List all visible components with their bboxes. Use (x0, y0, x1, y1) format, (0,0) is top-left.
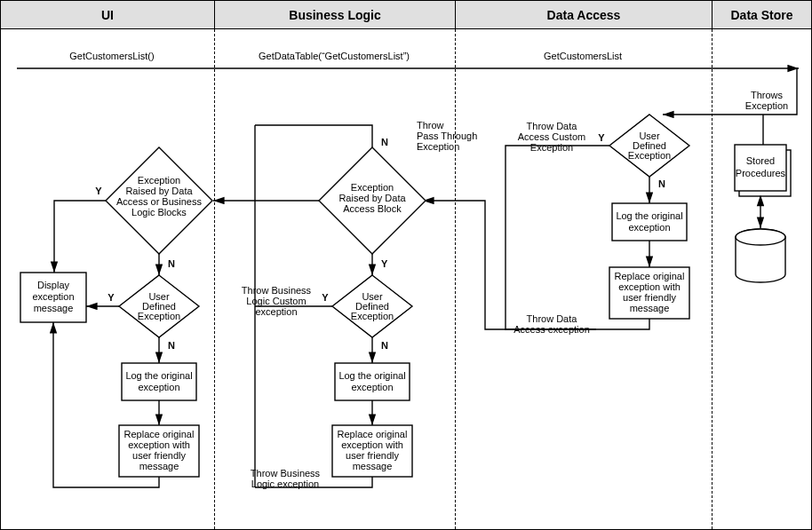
svg-text:Throw: Throw (417, 120, 444, 131)
throws-label-2: Exception (745, 100, 788, 111)
dash-2 (455, 29, 456, 529)
call-2: GetDataTable(“GetCustomersList”) (259, 51, 410, 61)
svg-text:N: N (658, 178, 665, 189)
svg-text:N: N (381, 137, 388, 147)
svg-text:exception with: exception with (128, 439, 190, 450)
bl-replace-box (332, 425, 412, 477)
stored-procedures-shape: Stored Procedures (735, 145, 791, 196)
svg-text:exception: exception (628, 222, 670, 233)
svg-text:Exception: Exception (530, 142, 573, 153)
svg-text:Display: Display (37, 280, 70, 290)
bl-raised-diamond: Exception Raised by Data Access Block (319, 147, 426, 254)
col-header-ds: Data Store (712, 1, 811, 29)
svg-text:User: User (639, 131, 660, 141)
svg-text:Throw Business: Throw Business (242, 285, 312, 296)
svg-text:Logic exception: Logic exception (251, 479, 319, 489)
svg-text:exception with: exception with (341, 439, 403, 450)
svg-point-7 (736, 229, 785, 245)
svg-text:Exception: Exception (351, 182, 394, 193)
ui-replace-box (119, 425, 199, 477)
svg-text:Exception: Exception (628, 150, 671, 161)
svg-text:exception with: exception with (618, 281, 681, 292)
svg-text:Exception: Exception (138, 311, 180, 321)
svg-text:Replace original: Replace original (615, 271, 685, 281)
svg-text:Exception: Exception (351, 311, 394, 321)
svg-text:N: N (381, 340, 388, 351)
svg-text:user friendly: user friendly (623, 292, 676, 303)
bl-log-box (335, 363, 410, 400)
svg-text:Access or Business: Access or Business (116, 196, 202, 207)
svg-text:Throw Business: Throw Business (251, 468, 321, 479)
svg-marker-58 (106, 147, 212, 254)
svg-text:Exception: Exception (417, 141, 459, 152)
svg-text:Raised by Data: Raised by Data (125, 186, 193, 196)
call-1: GetCustomersList() (69, 51, 154, 61)
svg-text:Replace original: Replace original (124, 429, 195, 439)
svg-text:user friendly: user friendly (346, 450, 399, 461)
svg-marker-38 (332, 275, 412, 337)
da-log-box (612, 203, 687, 241)
svg-text:Access Custom: Access Custom (518, 131, 585, 142)
svg-text:Throw Data: Throw Data (527, 121, 578, 131)
svg-text:Log the original: Log the original (338, 370, 405, 381)
svg-text:exception: exception (255, 306, 297, 317)
svg-text:Defined: Defined (355, 301, 389, 312)
da-replace-box (609, 267, 689, 319)
svg-text:Stored: Stored (746, 155, 775, 166)
svg-text:Y: Y (381, 258, 388, 269)
svg-rect-1 (739, 150, 791, 196)
svg-text:message: message (34, 303, 74, 313)
dash-3 (712, 29, 712, 529)
svg-text:Y: Y (107, 292, 115, 303)
svg-text:message: message (630, 303, 670, 313)
svg-point-6 (736, 229, 785, 245)
svg-marker-28 (319, 147, 426, 254)
diagram-container: UI Business Logic Data Access Data Store… (0, 0, 812, 530)
svg-text:Procedures: Procedures (736, 168, 786, 178)
svg-text:Log the original: Log the original (125, 370, 192, 381)
bl-ude-diamond: User Defined Exception (332, 275, 412, 337)
throws-label-1: Throws (751, 90, 784, 100)
svg-text:Log the original: Log the original (616, 210, 682, 221)
svg-text:Y: Y (322, 292, 329, 303)
dash-1 (214, 29, 215, 529)
col-header-ui: UI (1, 1, 214, 29)
svg-text:Defined: Defined (633, 140, 666, 151)
svg-text:message: message (353, 461, 393, 471)
svg-text:Y: Y (95, 186, 102, 196)
ui-raised-diamond: Exception Raised by Data Access or Busin… (106, 147, 212, 254)
da-ude-diamond: User Defined Exception (609, 115, 689, 177)
svg-text:Pass Through: Pass Through (417, 131, 477, 141)
svg-text:N: N (168, 258, 175, 269)
svg-rect-2 (735, 145, 786, 191)
svg-text:Replace original: Replace original (338, 429, 408, 439)
svg-text:User: User (148, 291, 170, 302)
database-icon (736, 229, 785, 282)
svg-text:message: message (139, 461, 179, 471)
svg-marker-9 (609, 115, 689, 177)
call-3: GetCustomersList (544, 51, 622, 61)
col-header-da: Data Access (456, 1, 712, 29)
svg-text:Raised by Data: Raised by Data (338, 193, 406, 203)
svg-text:Access exception: Access exception (513, 324, 590, 335)
svg-text:Defined: Defined (142, 301, 176, 312)
svg-text:User: User (362, 291, 383, 302)
ui-ude-diamond: User Defined Exception (119, 275, 199, 337)
ui-display-box (20, 273, 86, 322)
svg-text:Logic Blocks: Logic Blocks (131, 207, 187, 218)
svg-text:Y: Y (598, 132, 605, 143)
svg-text:N: N (168, 340, 175, 351)
svg-text:exception: exception (138, 382, 179, 392)
ui-log-box (122, 363, 196, 400)
col-header-bl: Business Logic (215, 1, 455, 29)
svg-text:Throw Data: Throw Data (527, 313, 578, 324)
svg-text:exception: exception (351, 382, 393, 392)
svg-text:Logic Custom: Logic Custom (246, 296, 306, 306)
svg-text:Access Block: Access Block (343, 203, 402, 214)
svg-marker-66 (119, 275, 199, 337)
svg-text:Exception: Exception (138, 175, 180, 186)
svg-text:user friendly: user friendly (132, 450, 186, 461)
svg-text:exception: exception (32, 291, 74, 302)
